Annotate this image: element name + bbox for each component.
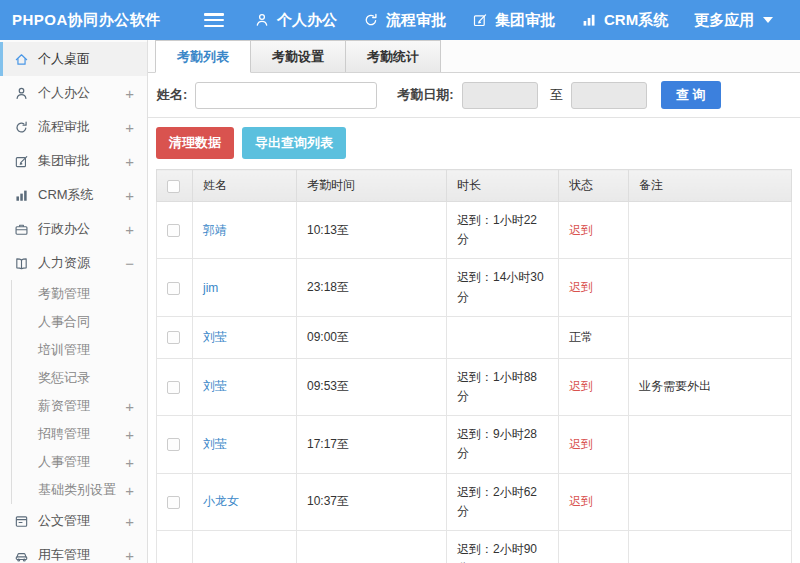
- table-row: 刘莹 09:00至 正常: [157, 316, 792, 358]
- car-icon: [14, 548, 29, 563]
- duration: 迟到：14小时30分: [447, 259, 559, 316]
- tab-strip: 考勤列表 考勤设置 考勤统计: [148, 40, 800, 73]
- search-button[interactable]: 查 询: [661, 81, 721, 109]
- topnav-workflow-approval[interactable]: 流程审批: [363, 11, 446, 30]
- briefcase-icon: [14, 222, 29, 237]
- sidebar-item-label: 用车管理: [38, 546, 90, 563]
- attendance-table: 姓名 考勤时间 时长 状态 备注 郭靖 10:13至 迟到：1小时22分: [156, 169, 792, 563]
- row-checkbox[interactable]: [167, 496, 180, 509]
- content-body: 清理数据 导出查询列表 姓名 考勤时间 时长 状态: [148, 118, 800, 563]
- sidebar-subitem-personnel-mgmt[interactable]: 人事管理 +: [12, 448, 147, 476]
- topnav-label: CRM系统: [604, 11, 668, 30]
- duration: 迟到：1小时88分: [447, 358, 559, 415]
- expand-toggle[interactable]: +: [125, 221, 134, 238]
- attendance-time: 10:54至10:54: [297, 530, 447, 563]
- sidebar-subitem-salary-mgmt[interactable]: 薪资管理 +: [12, 392, 147, 420]
- table-row: 小龙女 10:37至 迟到：2小时62分 迟到: [157, 473, 792, 530]
- collapse-toggle[interactable]: −: [125, 255, 134, 272]
- bar-chart-icon: [581, 12, 597, 28]
- sidebar-subitem-label: 招聘管理: [38, 425, 90, 443]
- employee-name-link[interactable]: 刘莹: [203, 437, 227, 451]
- row-checkbox[interactable]: [167, 331, 180, 344]
- duration: [447, 316, 559, 358]
- sidebar-item-crm-system[interactable]: CRM系统 +: [0, 178, 147, 212]
- expand-toggle[interactable]: +: [125, 513, 134, 530]
- clean-data-button[interactable]: 清理数据: [156, 127, 234, 159]
- menu-toggle-icon[interactable]: [204, 13, 224, 27]
- attendance-time: 09:00至: [297, 316, 447, 358]
- employee-name-link[interactable]: 小龙女: [203, 494, 239, 508]
- topbar: PHPOA协同办公软件 个人办公 流程审批 集团审批 CRM系统 更多应用: [0, 0, 800, 40]
- name-label: 姓名:: [157, 86, 187, 104]
- employee-name-link[interactable]: 郭靖: [203, 223, 227, 237]
- sidebar-subitem-label: 考勤管理: [38, 285, 90, 303]
- expand-toggle[interactable]: +: [125, 153, 134, 170]
- topnav-personal-office[interactable]: 个人办公: [254, 11, 337, 30]
- sidebar-item-group-approval[interactable]: 集团审批 +: [0, 144, 147, 178]
- employee-name-link[interactable]: jim: [203, 281, 218, 295]
- tab-attendance-statistics[interactable]: 考勤统计: [345, 40, 441, 72]
- status-text: 迟到: [559, 259, 629, 316]
- sidebar-subitem-base-category-settings[interactable]: 基础类别设置 +: [12, 476, 147, 504]
- sidebar-subitem-training-mgmt[interactable]: 培训管理: [12, 336, 147, 364]
- tab-attendance-settings[interactable]: 考勤设置: [250, 40, 346, 72]
- note-text: [629, 316, 792, 358]
- sidebar-subitem-hr-contract[interactable]: 人事合同: [12, 308, 147, 336]
- row-checkbox[interactable]: [167, 282, 180, 295]
- expand-toggle[interactable]: +: [125, 482, 134, 499]
- attendance-time: 09:53至: [297, 358, 447, 415]
- expand-toggle[interactable]: +: [125, 547, 134, 563]
- export-list-button[interactable]: 导出查询列表: [242, 127, 346, 159]
- status-text: 迟到: [559, 358, 629, 415]
- expand-toggle[interactable]: +: [125, 426, 134, 443]
- sidebar-item-admin-office[interactable]: 行政办公 +: [0, 212, 147, 246]
- sidebar-item-workflow-approval[interactable]: 流程审批 +: [0, 110, 147, 144]
- status-text: 正常: [559, 316, 629, 358]
- sidebar-subitem-reward-punishment[interactable]: 奖惩记录: [12, 364, 147, 392]
- name-input[interactable]: [195, 82, 377, 109]
- col-header-name: 姓名: [193, 170, 297, 202]
- employee-name-link[interactable]: 刘莹: [203, 330, 227, 344]
- book-icon: [14, 256, 29, 271]
- date-to-input[interactable]: [571, 82, 647, 109]
- topnav-label: 集团审批: [495, 11, 555, 30]
- sidebar-subitem-attendance-mgmt[interactable]: 考勤管理: [12, 280, 147, 308]
- table-row: jim 23:18至 迟到：14小时30分 迟到: [157, 259, 792, 316]
- expand-toggle[interactable]: +: [125, 187, 134, 204]
- tab-attendance-list[interactable]: 考勤列表: [155, 40, 251, 73]
- topnav-more-apps[interactable]: 更多应用: [694, 11, 773, 30]
- sidebar-subitem-recruitment-mgmt[interactable]: 招聘管理 +: [12, 420, 147, 448]
- date-from-input[interactable]: [462, 82, 538, 109]
- duration: 迟到：2小时90分 早退：7小时10分: [447, 530, 559, 563]
- sidebar-item-vehicle-mgmt[interactable]: 用车管理 +: [0, 538, 147, 563]
- hr-submenu: 考勤管理 人事合同 培训管理 奖惩记录 薪资管理 + 招聘管理 +: [11, 280, 147, 504]
- flow-icon: [363, 12, 379, 28]
- employee-name-link[interactable]: 刘莹: [203, 379, 227, 393]
- attendance-time: 17:17至: [297, 416, 447, 473]
- table-row: 郭靖 10:13至 迟到：1小时22分 迟到: [157, 202, 792, 259]
- topnav-crm-system[interactable]: CRM系统: [581, 11, 668, 30]
- expand-toggle[interactable]: +: [125, 119, 134, 136]
- attendance-time: 10:13至: [297, 202, 447, 259]
- user-icon: [254, 12, 270, 28]
- note-text: [629, 416, 792, 473]
- sidebar-item-human-resources[interactable]: 人力资源 −: [0, 246, 147, 280]
- expand-toggle[interactable]: +: [125, 454, 134, 471]
- sidebar-item-document-mgmt[interactable]: 公文管理 +: [0, 504, 147, 538]
- sidebar-item-label: 公文管理: [38, 512, 90, 530]
- sidebar-subitem-label: 奖惩记录: [38, 369, 90, 387]
- row-checkbox[interactable]: [167, 224, 180, 237]
- filter-bar: 姓名: 考勤日期: 至 查 询: [148, 73, 800, 118]
- select-all-checkbox[interactable]: [167, 180, 180, 193]
- expand-toggle[interactable]: +: [125, 85, 134, 102]
- row-checkbox[interactable]: [167, 381, 180, 394]
- topnav-group-approval[interactable]: 集团审批: [472, 11, 555, 30]
- sidebar-item-personal-desktop[interactable]: 个人桌面: [0, 42, 147, 76]
- table-row: 刘莹 09:53至 迟到：1小时88分 迟到 业务需要外出: [157, 358, 792, 415]
- sidebar-item-personal-office[interactable]: 个人办公 +: [0, 76, 147, 110]
- home-icon: [14, 52, 29, 67]
- duration: 迟到：1小时22分: [447, 202, 559, 259]
- expand-toggle[interactable]: +: [125, 398, 134, 415]
- row-checkbox[interactable]: [167, 438, 180, 451]
- sidebar: 个人桌面 个人办公 + 流程审批 + 集团审批 + CRM系统 +: [0, 40, 148, 563]
